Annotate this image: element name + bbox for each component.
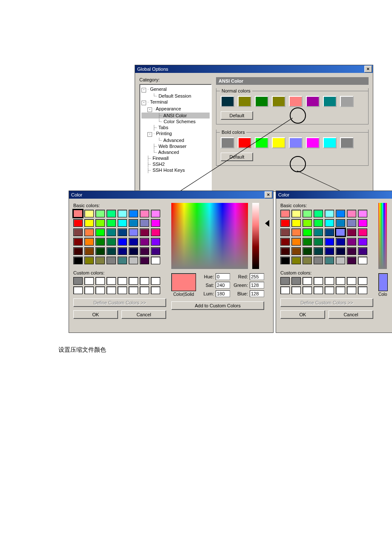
basic-color-swatch[interactable] bbox=[140, 247, 149, 255]
custom-color-slot[interactable] bbox=[73, 286, 83, 294]
basic-color-swatch[interactable] bbox=[73, 210, 83, 217]
custom-color-slot[interactable] bbox=[140, 277, 149, 285]
custom-color-slot[interactable] bbox=[95, 277, 105, 285]
basic-color-swatch[interactable] bbox=[291, 228, 301, 236]
color-swatch[interactable] bbox=[306, 137, 320, 148]
basic-color-swatch[interactable] bbox=[347, 257, 356, 264]
basic-color-swatch[interactable] bbox=[95, 257, 105, 264]
custom-color-slot[interactable] bbox=[347, 286, 356, 294]
basic-color-swatch[interactable] bbox=[95, 228, 105, 236]
basic-color-swatch[interactable] bbox=[358, 219, 367, 227]
basic-color-swatch[interactable] bbox=[107, 247, 116, 255]
basic-color-swatch[interactable] bbox=[291, 238, 301, 246]
basic-color-swatch[interactable] bbox=[118, 228, 127, 236]
basic-color-swatch[interactable] bbox=[73, 257, 83, 264]
custom-color-slot[interactable] bbox=[314, 277, 323, 285]
tree-appearance[interactable]: -· Appearance bbox=[141, 106, 210, 113]
basic-color-swatch[interactable] bbox=[118, 210, 127, 217]
basic-color-swatch[interactable] bbox=[336, 257, 345, 264]
color-swatch[interactable] bbox=[272, 96, 285, 107]
custom-color-slot[interactable] bbox=[151, 277, 160, 285]
close-button[interactable]: ✕ bbox=[265, 191, 272, 198]
tree-general[interactable]: -· General bbox=[141, 86, 210, 93]
basic-color-swatch[interactable] bbox=[151, 228, 160, 236]
basic-color-swatch[interactable] bbox=[151, 238, 160, 246]
color-swatch[interactable] bbox=[340, 137, 354, 148]
basic-color-swatch[interactable] bbox=[358, 247, 367, 255]
basic-color-swatch[interactable] bbox=[73, 247, 83, 255]
basic-color-swatch[interactable] bbox=[303, 228, 312, 236]
basic-color-swatch[interactable] bbox=[325, 238, 334, 246]
blue-input[interactable] bbox=[250, 290, 264, 297]
basic-color-swatch[interactable] bbox=[118, 238, 127, 246]
basic-color-swatch[interactable] bbox=[291, 247, 301, 255]
basic-color-swatch[interactable] bbox=[336, 210, 345, 217]
basic-color-swatch[interactable] bbox=[291, 210, 301, 217]
custom-color-slot[interactable] bbox=[107, 286, 116, 294]
basic-color-swatch[interactable] bbox=[314, 210, 323, 217]
custom-color-slot[interactable] bbox=[73, 277, 83, 285]
basic-color-swatch[interactable] bbox=[95, 219, 105, 227]
green-input[interactable] bbox=[250, 282, 264, 289]
basic-color-swatch[interactable] bbox=[303, 238, 312, 246]
custom-color-slot[interactable] bbox=[118, 277, 127, 285]
custom-color-slot[interactable] bbox=[336, 286, 345, 294]
custom-color-slot[interactable] bbox=[107, 277, 116, 285]
basic-color-swatch[interactable] bbox=[84, 238, 94, 246]
basic-color-swatch[interactable] bbox=[336, 238, 345, 246]
custom-color-slot[interactable] bbox=[129, 286, 138, 294]
basic-color-swatch[interactable] bbox=[314, 247, 323, 255]
close-button[interactable]: ✕ bbox=[364, 66, 372, 72]
define-custom-button[interactable]: Define Custom Colors >> bbox=[280, 298, 373, 307]
cancel-button[interactable]: Cancel bbox=[329, 310, 373, 319]
basic-color-swatch[interactable] bbox=[118, 247, 127, 255]
luminosity-arrow[interactable] bbox=[265, 220, 269, 227]
basic-color-swatch[interactable] bbox=[280, 238, 290, 246]
custom-color-slot[interactable] bbox=[129, 277, 138, 285]
color-swatch[interactable] bbox=[323, 96, 337, 107]
basic-color-swatch[interactable] bbox=[280, 228, 290, 236]
ok-button[interactable]: OK bbox=[280, 310, 325, 319]
basic-color-swatch[interactable] bbox=[336, 228, 345, 236]
basic-color-swatch[interactable] bbox=[84, 210, 94, 217]
custom-color-slot[interactable] bbox=[84, 286, 94, 294]
basic-color-swatch[interactable] bbox=[73, 238, 83, 246]
basic-color-swatch[interactable] bbox=[95, 247, 105, 255]
basic-color-swatch[interactable] bbox=[151, 219, 160, 227]
color-swatch[interactable] bbox=[289, 137, 303, 148]
basic-color-swatch[interactable] bbox=[325, 228, 334, 236]
basic-color-swatch[interactable] bbox=[314, 228, 323, 236]
basic-color-swatch[interactable] bbox=[303, 210, 312, 217]
basic-color-swatch[interactable] bbox=[280, 247, 290, 255]
basic-color-swatch[interactable] bbox=[347, 247, 356, 255]
basic-color-swatch[interactable] bbox=[84, 247, 94, 255]
custom-color-slot[interactable] bbox=[151, 286, 160, 294]
basic-color-swatch[interactable] bbox=[314, 219, 323, 227]
basic-color-swatch[interactable] bbox=[347, 219, 356, 227]
define-custom-button[interactable]: Define Custom Colors >> bbox=[73, 298, 166, 307]
color-swatch[interactable] bbox=[221, 96, 234, 107]
basic-color-swatch[interactable] bbox=[325, 210, 334, 217]
basic-color-swatch[interactable] bbox=[314, 257, 323, 264]
basic-color-swatch[interactable] bbox=[129, 228, 138, 236]
tree-tabs[interactable]: ├· Tabs bbox=[141, 124, 210, 130]
basic-color-swatch[interactable] bbox=[73, 228, 83, 236]
basic-color-swatch[interactable] bbox=[325, 219, 334, 227]
cancel-button[interactable]: Cancel bbox=[121, 310, 166, 319]
color-swatch[interactable] bbox=[238, 137, 251, 148]
basic-color-swatch[interactable] bbox=[280, 257, 290, 264]
basic-color-swatch[interactable] bbox=[118, 219, 127, 227]
tree-web-browser[interactable]: ├· Web Browser bbox=[141, 143, 210, 149]
basic-color-swatch[interactable] bbox=[314, 238, 323, 246]
basic-color-swatch[interactable] bbox=[358, 228, 367, 236]
tree-terminal[interactable]: -· Terminal bbox=[141, 99, 210, 106]
basic-color-swatch[interactable] bbox=[151, 247, 160, 255]
tree-printing[interactable]: -· Printing bbox=[141, 130, 210, 137]
custom-color-slot[interactable] bbox=[280, 277, 290, 285]
normal-default-button[interactable]: Default bbox=[221, 111, 253, 120]
color-swatch[interactable] bbox=[238, 96, 251, 107]
tree-ssh-host-keys[interactable]: ├· SSH Host Keys bbox=[141, 167, 210, 173]
lum-input[interactable] bbox=[216, 290, 230, 297]
basic-color-swatch[interactable] bbox=[84, 228, 94, 236]
basic-color-swatch[interactable] bbox=[325, 257, 334, 264]
